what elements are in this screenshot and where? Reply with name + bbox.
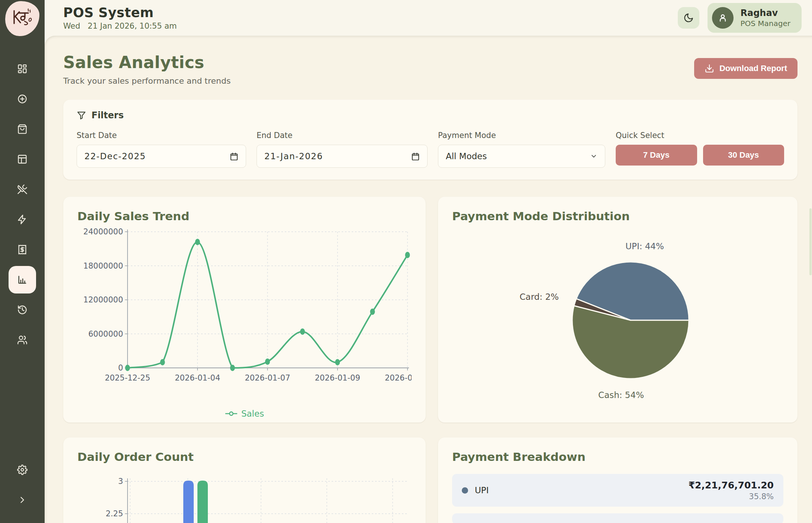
sidebar-item-history[interactable] [9, 296, 36, 324]
end-date-label: End Date [257, 131, 428, 140]
sidebar-item-menu[interactable] [9, 176, 36, 203]
table-row[interactable]: UPI ₹2,21,76,701.20 35.8% [452, 474, 783, 507]
sidebar-item-new-order[interactable] [9, 85, 36, 113]
download-icon [705, 64, 714, 73]
sales-legend: Sales [77, 409, 412, 418]
start-date-label: Start Date [77, 131, 246, 140]
quick-select-7-days-button[interactable]: 7 Days [616, 145, 697, 166]
payment-mode-distribution-title: Payment Mode Distribution [452, 209, 783, 223]
payment-mode-pie-chart: UPI: 44%Card: 2%Cash: 54% [452, 227, 786, 409]
sidebar-expand-button[interactable] [9, 486, 36, 514]
breakdown-row-values: ₹2,21,76,701.20 35.8% [689, 480, 774, 501]
svg-text:Cash: 54%: Cash: 54% [598, 390, 644, 400]
start-date-input[interactable]: 22-Dec-2025 [77, 145, 246, 168]
payment-mode-field: Payment Mode All Modes [438, 131, 605, 168]
sidebar-item-tables[interactable] [9, 145, 36, 173]
svg-text:2026-01-09: 2026-01-09 [315, 373, 360, 382]
filters-title: Filters [91, 110, 124, 121]
calendar-icon [411, 152, 420, 161]
legend-label: Sales [241, 409, 264, 418]
receipt-icon [17, 244, 28, 255]
sidebar-item-analytics[interactable] [9, 266, 36, 293]
users-icon [17, 335, 28, 345]
svg-text:24000000: 24000000 [83, 227, 123, 236]
download-report-button[interactable]: Download Report [694, 58, 798, 79]
page-scrollbar[interactable] [809, 208, 812, 275]
payment-breakdown-card: Payment Breakdown UPI ₹2,21,76,701.20 35… [438, 437, 798, 523]
gear-icon [17, 465, 28, 475]
sidebar-item-orders[interactable] [9, 115, 36, 143]
legend-marker-icon [225, 411, 238, 417]
svg-text:Card: 2%: Card: 2% [520, 292, 559, 302]
start-date-field: Start Date 22-Dec-2025 [77, 131, 246, 168]
user-role: POS Manager [740, 19, 790, 28]
daily-sales-trend-chart: 060000001200000018000000240000002025-12-… [77, 227, 412, 404]
svg-text:6000000: 6000000 [88, 330, 123, 338]
history-icon [17, 305, 28, 315]
filters-head: Filters [77, 110, 784, 121]
quick-select-30-days-button[interactable]: 30 Days [703, 145, 784, 166]
page-subtitle: Track your sales performance and trends [63, 76, 231, 86]
end-date-input[interactable]: 21-Jan-2026 [257, 145, 428, 168]
sidebar-item-customers[interactable] [9, 326, 36, 354]
breakdown-row-label: UPI [475, 485, 489, 495]
table-row-partial[interactable] [452, 513, 783, 523]
upi-dot-icon [462, 487, 468, 494]
app-title: POS System [63, 5, 177, 20]
filter-funnel-icon [77, 110, 86, 120]
daily-order-count-title: Daily Order Count [77, 450, 412, 463]
sidebar-nav [0, 55, 45, 523]
breakdown-row-amount: ₹2,21,76,701.20 [689, 480, 774, 491]
svg-text:2025-12-25: 2025-12-25 [105, 373, 150, 382]
svg-text:2026-01-07: 2026-01-07 [245, 373, 290, 382]
sidebar-item-dashboard[interactable] [9, 55, 36, 83]
sidebar-bottom [9, 456, 36, 516]
table-icon [17, 154, 28, 164]
payment-mode-label: Payment Mode [438, 131, 605, 140]
chevron-down-icon [590, 153, 597, 160]
daily-sales-trend-card: Daily Sales Trend 0600000012000000180000… [63, 197, 426, 423]
payment-mode-select[interactable]: All Modes [438, 145, 605, 168]
daily-sales-trend-title: Daily Sales Trend [77, 209, 412, 223]
person-icon [717, 12, 728, 23]
dark-mode-toggle[interactable] [678, 7, 699, 29]
app-logo[interactable] [0, 0, 45, 37]
svg-text:2.25: 2.25 [106, 509, 123, 518]
quick-select-label: Quick Select [616, 131, 784, 140]
quick-select-field: Quick Select 7 Days 30 Days [616, 131, 784, 168]
top-header: POS System Wed 21 Jan 2026, 10:55 am Rag… [45, 0, 812, 36]
sidebar [0, 0, 45, 523]
chevron-right-icon [17, 495, 28, 505]
svg-text:12000000: 12000000 [83, 295, 123, 304]
daily-order-count-card: Daily Order Count 32.25 [63, 437, 426, 523]
datetime-label: 21 Jan 2026, 10:55 am [88, 22, 177, 31]
svg-text:2026-01-20: 2026-01-20 [385, 373, 412, 382]
payment-breakdown-list: UPI ₹2,21,76,701.20 35.8% [452, 474, 783, 523]
bar-chart-icon [17, 275, 28, 285]
svg-text:UPI: 44%: UPI: 44% [625, 241, 664, 251]
payment-breakdown-title: Payment Breakdown [452, 450, 783, 463]
end-date-field: End Date 21-Jan-2026 [257, 131, 428, 168]
payment-mode-distribution-card: Payment Mode Distribution UPI: 44%Card: … [438, 197, 798, 423]
user-info: Raghav POS Manager [740, 8, 790, 28]
main-content: Sales Analytics Track your sales perform… [45, 36, 812, 523]
sidebar-item-quick-actions[interactable] [9, 206, 36, 233]
utensils-crossed-icon [17, 184, 28, 195]
sidebar-item-billing[interactable] [9, 236, 36, 263]
page-title: Sales Analytics [63, 53, 231, 72]
avatar [712, 7, 734, 29]
breakdown-row-percent: 35.8% [689, 492, 774, 501]
zap-icon [17, 214, 28, 225]
shopping-bag-icon [17, 124, 28, 134]
calendar-icon [230, 152, 238, 161]
filters-grid: Start Date 22-Dec-2025 End Date 21-Jan-2… [77, 131, 784, 168]
svg-text:18000000: 18000000 [83, 262, 123, 270]
svg-text:3: 3 [118, 477, 123, 486]
plus-circle-icon [17, 94, 28, 104]
header-titles: POS System Wed 21 Jan 2026, 10:55 am [63, 5, 177, 31]
weekday-label: Wed [63, 22, 80, 31]
svg-text:2026-01-04: 2026-01-04 [175, 373, 220, 382]
sidebar-item-settings[interactable] [9, 456, 36, 484]
user-name: Raghav [740, 8, 790, 18]
user-menu[interactable]: Raghav POS Manager [708, 3, 802, 33]
